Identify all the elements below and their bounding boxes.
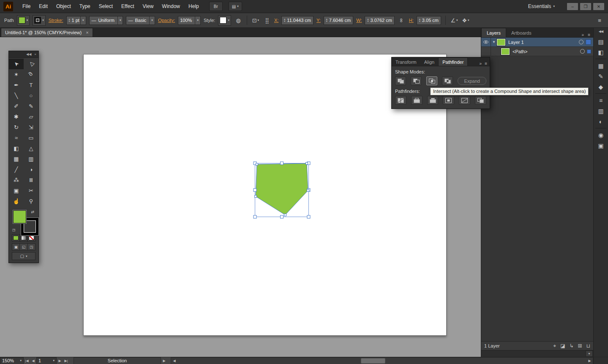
dock-expand-icon[interactable]: ◀◀ [599,30,603,36]
scroll-right-icon[interactable]: ▶ [586,358,593,364]
graphic-style-picker[interactable]: ▾ [218,15,231,26]
color-guide-panel-icon[interactable]: ◧ [595,47,607,57]
ellipse-tool-button[interactable]: ○ [24,90,38,101]
gradient-button[interactable] [20,234,28,242]
tab-align[interactable]: Align [420,58,438,66]
stroke-weight-field[interactable]: ▴▾ 1 pt ▾ [66,16,87,25]
menu-help[interactable]: Help [184,0,203,13]
target-icon[interactable] [579,40,583,44]
first-artboard-button[interactable]: |◀ [24,358,30,364]
stepper-icon[interactable]: ▴▾ [284,18,285,22]
last-artboard-button[interactable]: ▶| [63,358,69,364]
recolor-artwork-icon[interactable]: ◍ [234,16,243,24]
layer-row[interactable]: <Path> [481,47,593,56]
control-panel-menu-icon[interactable]: ≡ [595,16,604,24]
y-position-field[interactable]: ▴▾ 7.6046 cm [324,16,353,25]
status-display-menu-icon[interactable]: ▶ [161,358,167,364]
panel-collapse-icon[interactable]: ◀◀ [26,52,31,56]
eyedropper-tool-button[interactable]: ╱ [9,164,24,175]
panel-menu-icon[interactable]: ≡ [485,61,487,66]
opacity-panel-link[interactable]: Opacity: [158,18,175,23]
layer-row[interactable]: ▼ Layer 1 [481,38,593,47]
fill-proxy-swatch[interactable] [13,210,26,223]
divide-button[interactable] [395,96,406,105]
intersect-button[interactable] [426,76,437,85]
slice-tool-button[interactable]: ✂ [24,185,38,196]
lasso-tool-button[interactable]: ϱ [24,69,38,80]
stroke-panel-icon[interactable]: ≡ [595,95,607,106]
free-transform-tool-button[interactable]: ▭ [24,133,38,143]
stepper-icon[interactable]: ▴▾ [69,18,70,22]
tab-close-icon[interactable]: × [86,30,88,35]
shear-icon[interactable]: ∠ ▾ [450,16,458,24]
artboard-tool-button[interactable]: ▣ [9,185,24,196]
next-artboard-button[interactable]: ▶ [57,358,63,364]
path-name[interactable]: <Path> [513,49,527,54]
bridge-icon[interactable]: Br [209,2,223,11]
color-panel-icon[interactable]: ▤ [595,36,607,47]
stepper-icon[interactable]: ▴▾ [419,18,420,22]
selection-indicator[interactable] [586,39,591,45]
zoom-tool-button[interactable]: ⚲ [24,196,38,206]
panel-collapse-icon[interactable]: » [582,33,584,37]
artboard-number-field[interactable]: 1 ▾ [36,357,57,364]
line-segment-tool-button[interactable]: ╲ [9,90,24,101]
fill-color-picker[interactable]: ▾ [17,15,30,26]
previous-artboard-button[interactable]: ◀ [30,358,36,364]
height-field[interactable]: ▴▾ 3.05 cm [417,16,441,25]
path-thumbnail[interactable] [501,48,510,55]
swatches-panel-icon[interactable]: ▦ [595,60,607,71]
pencil-tool-button[interactable]: ✎ [24,101,38,111]
paintbrush-tool-button[interactable]: ✐ [9,101,24,111]
graphic-styles-panel-icon[interactable]: ▣ [595,140,607,151]
layer-thumbnail[interactable] [497,39,505,46]
merge-button[interactable] [427,96,439,105]
eraser-tool-button[interactable]: ▱ [24,111,38,122]
document-tab[interactable]: Untitled-1* @ 150% (CMYK/Preview) × [1,28,93,37]
swap-fill-stroke-icon[interactable]: ⇄ [31,210,34,214]
menu-object[interactable]: Object [52,0,75,13]
rotate-tool-button[interactable]: ↻ [9,122,24,133]
screen-mode-button[interactable]: ▢ ▾ [12,252,35,260]
reference-point-icon[interactable]: ⣿ [263,16,271,24]
type-tool-button[interactable]: T [24,80,38,90]
trim-button[interactable] [411,96,423,105]
menu-edit[interactable]: Edit [35,0,52,13]
direct-selection-tool-button[interactable]: ▷ [24,59,38,69]
unite-button[interactable] [395,76,406,85]
width-field[interactable]: ▴▾ 3.0762 cm [365,16,394,25]
stroke-color-picker[interactable]: ▾ [33,15,46,26]
delete-icon[interactable]: ⊔ [586,343,590,349]
menu-select[interactable]: Select [95,0,117,13]
pentagon-path[interactable] [256,163,308,215]
scroll-left-icon[interactable]: ◀ [171,358,177,364]
minus-front-button[interactable] [411,76,422,85]
menu-file[interactable]: File [18,0,35,13]
restore-button[interactable]: ❐ [580,3,592,11]
gradient-tool-button[interactable]: ▥ [24,154,38,164]
workspace-switcher[interactable]: Essentials ▾ [526,3,557,9]
column-graph-tool-button[interactable]: Ⅲ [24,175,38,185]
minimize-button[interactable]: – [567,3,578,11]
close-button[interactable]: ✕ [593,3,605,11]
opacity-select[interactable]: 100% ▾ [178,16,201,25]
appearance-panel-icon[interactable]: ◉ [595,130,607,140]
panel-scrollbar[interactable]: ▼ [481,350,593,357]
disclosure-triangle-icon[interactable]: ▼ [491,40,497,44]
symbols-panel-icon[interactable]: ◆ [595,81,607,92]
default-fill-stroke-icon[interactable]: ◳ [12,228,16,232]
horizontal-scrollbar[interactable]: ◀ ▶ [171,357,593,364]
mesh-tool-button[interactable]: ▦ [9,154,24,164]
zoom-level-select[interactable]: 150% ▾ [0,357,24,364]
x-position-field[interactable]: ▴▾ 11.0443 cm [281,16,314,25]
clipping-mask-icon[interactable]: ◪ [560,343,565,349]
brush-definition-select[interactable]: — Basic ▾ [126,16,155,25]
hand-tool-button[interactable]: ☝ [9,196,24,206]
menu-view[interactable]: View [139,0,158,13]
draw-normal-button[interactable]: ▣ [12,244,20,250]
blob-brush-tool-button[interactable]: ✱ [9,111,24,122]
menu-type[interactable]: Type [75,0,95,13]
scrollbar-thumb[interactable] [361,358,385,364]
draw-inside-button[interactable]: ◳ [28,244,35,250]
selection-tool-button[interactable]: ➤ [9,59,24,69]
